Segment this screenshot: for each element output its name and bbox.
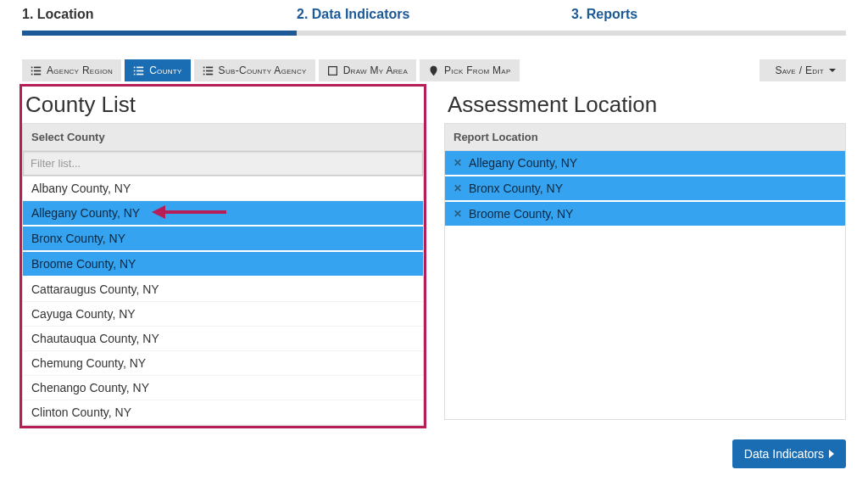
list-icon (31, 65, 42, 76)
report-location-header: Report Location (445, 124, 845, 151)
county-list: Albany County, NYAllegany County, NYBron… (23, 176, 423, 425)
filter-wrap (23, 151, 423, 176)
chevron-right-icon (829, 450, 834, 458)
pick-from-map-button[interactable]: Pick From Map (420, 59, 520, 81)
list-item[interactable]: Bronx County, NY (23, 227, 423, 252)
svg-rect-9 (136, 70, 143, 71)
draw-area-label: Draw My Area (343, 64, 408, 76)
step-tab-3[interactable]: 3. Reports (571, 2, 846, 36)
report-location-label: Bronx County, NY (469, 182, 563, 195)
list-item[interactable]: Chemung County, NY (23, 351, 423, 376)
remove-icon[interactable]: ✕ (453, 182, 462, 194)
svg-rect-12 (203, 66, 204, 68)
svg-rect-14 (203, 70, 204, 71)
list-item[interactable]: Chautauqua County, NY (23, 327, 423, 351)
list-icon (203, 65, 214, 76)
agency-region-label: Agency Region (47, 64, 113, 76)
county-list-box: Select County Albany County, NYAllegany … (22, 123, 424, 426)
svg-rect-15 (206, 70, 213, 71)
toolbar-row: Agency Region County Sub-County Agency D… (22, 59, 846, 81)
county-list-panel: County List Select County Albany County,… (22, 87, 424, 426)
report-location-list: ✕Allegany County, NY✕Bronx County, NY✕Br… (445, 151, 845, 227)
county-label: County (149, 64, 181, 76)
remove-icon[interactable]: ✕ (453, 157, 462, 169)
step-tab-1[interactable]: 1. Location (22, 2, 297, 36)
main-columns: County List Select County Albany County,… (22, 87, 846, 426)
list-item[interactable]: Allegany County, NY (23, 201, 423, 227)
next-step-label: Data Indicators (744, 447, 824, 461)
report-location-item[interactable]: ✕Bronx County, NY (445, 176, 845, 202)
svg-rect-2 (31, 70, 33, 71)
county-list-title: County List (22, 87, 424, 123)
list-item[interactable]: Broome County, NY (23, 252, 423, 277)
footer: Data Indicators (22, 439, 846, 468)
report-location-label: Broome County, NY (469, 207, 573, 221)
report-location-label: Allegany County, NY (469, 156, 577, 170)
svg-rect-7 (136, 66, 143, 68)
svg-rect-8 (134, 70, 136, 71)
list-item[interactable]: Cattaraugus County, NY (23, 277, 423, 302)
square-icon (327, 65, 338, 76)
sub-county-label: Sub-County Agency (219, 64, 307, 76)
report-location-item[interactable]: ✕Allegany County, NY (445, 151, 845, 176)
assessment-panel: Assessment Location Report Location ✕All… (444, 87, 846, 420)
svg-rect-18 (328, 66, 337, 75)
assessment-title: Assessment Location (444, 87, 846, 123)
svg-rect-16 (203, 73, 204, 75)
pick-from-map-label: Pick From Map (444, 64, 511, 76)
save-edit-label: Save / Edit (775, 64, 824, 76)
filter-input[interactable] (23, 151, 423, 176)
draw-area-button[interactable]: Draw My Area (319, 59, 416, 81)
county-button[interactable]: County (125, 59, 190, 81)
save-edit-button[interactable]: Save / Edit (760, 59, 846, 81)
svg-rect-11 (136, 73, 143, 75)
step-tab-2[interactable]: 2. Data Indicators (297, 2, 571, 36)
caret-down-icon (829, 69, 836, 72)
svg-rect-1 (34, 66, 41, 68)
svg-rect-0 (31, 66, 33, 68)
list-item[interactable]: Chenango County, NY (23, 376, 423, 400)
county-list-header: Select County (23, 124, 423, 151)
svg-rect-6 (134, 66, 136, 68)
mode-toolbar: Agency Region County Sub-County Agency D… (22, 59, 520, 81)
arrow-annotation (152, 204, 226, 221)
step-nav: 1. Location2. Data Indicators3. Reports (22, 2, 846, 36)
list-item[interactable]: Cayuga County, NY (23, 302, 423, 327)
pin-icon (428, 65, 439, 76)
list-icon (133, 65, 144, 76)
svg-rect-17 (206, 73, 213, 75)
list-item[interactable]: Albany County, NY (23, 176, 423, 201)
svg-rect-5 (34, 73, 41, 75)
svg-rect-4 (31, 73, 33, 75)
sub-county-button[interactable]: Sub-County Agency (194, 59, 315, 81)
svg-rect-10 (134, 73, 136, 75)
remove-icon[interactable]: ✕ (453, 208, 462, 220)
report-location-box: Report Location ✕Allegany County, NY✕Bro… (444, 123, 846, 420)
svg-rect-3 (34, 70, 41, 71)
report-location-item[interactable]: ✕Broome County, NY (445, 202, 845, 227)
next-step-button[interactable]: Data Indicators (732, 439, 846, 468)
svg-rect-13 (206, 66, 213, 68)
list-item[interactable]: Clinton County, NY (23, 400, 423, 425)
agency-region-button[interactable]: Agency Region (22, 59, 121, 81)
